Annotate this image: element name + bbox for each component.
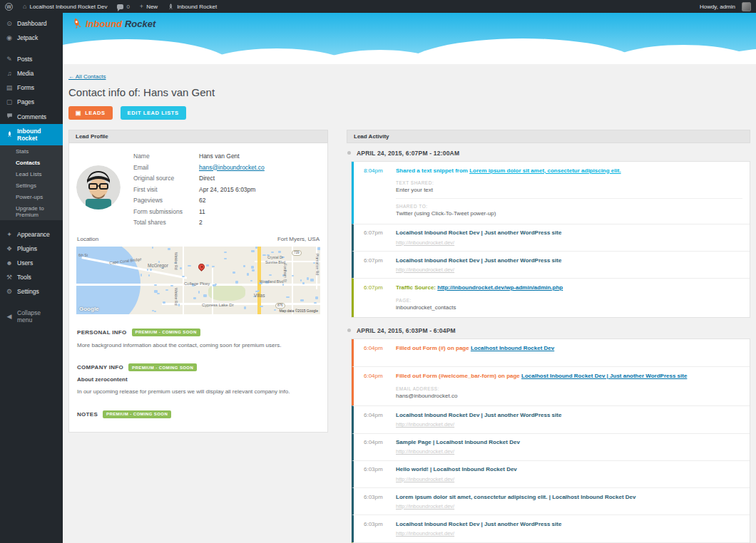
page-url-link[interactable]: http://inboundrocket.dev/ (396, 239, 454, 246)
sidebar-item-settings[interactable]: ⚙Settings (0, 284, 63, 299)
activity-section: APRIL 24, 2015, 6:03PM - 6:04PM6:04pmFil… (347, 327, 750, 543)
admin-bar-wordpress-menu[interactable]: W (0, 0, 18, 13)
sidebar-item-plugins[interactable]: ❖Plugins (0, 242, 63, 256)
sidebar-item-inbound-rocket[interactable]: Inbound Rocket (0, 124, 63, 145)
info-section-body: In our upcoming release for premium user… (77, 388, 320, 396)
info-section-head: COMPANY INFOPREMIUM - COMING SOON (77, 363, 320, 371)
map-water-speck (274, 309, 276, 311)
entry-link[interactable]: Localhost Inbound Rocket Dev | Just anot… (521, 373, 687, 379)
sidebar-item-jetpack[interactable]: ◉Jetpack (0, 31, 63, 45)
plus-icon: + (140, 4, 143, 10)
activity-entry-form: 6:04pmFilled out Form (#) on page Localh… (352, 339, 750, 366)
sidebar-item-tools[interactable]: ⚒Tools (0, 270, 63, 284)
page-url-link[interactable]: http://inboundrocket.dev/ (396, 503, 454, 510)
sidebar-item-appearance[interactable]: ✦Appearance (0, 227, 63, 242)
map-water-speck (157, 293, 160, 294)
sidebar-item-settings[interactable]: Settings (0, 180, 63, 191)
brand-word-rocket: Rocket (125, 19, 155, 29)
map-label: College Pkwy (184, 281, 210, 286)
sidebar-item-pages[interactable]: ▢Pages (0, 95, 63, 109)
sidebar-item-posts[interactable]: ✎Posts (0, 52, 63, 66)
map-water-speck (182, 276, 185, 277)
page-url-link[interactable]: http://inboundrocket.dev/ (396, 448, 454, 455)
entry-link[interactable]: http://inboundrocket.dev/wp-admin/admin.… (437, 284, 563, 291)
sidebar-item-label: Pages (17, 98, 34, 105)
profile-field-pageviews: Pageviews62 (133, 197, 320, 204)
sidebar-item-power-ups[interactable]: Power-ups (0, 191, 63, 202)
google-map[interactable]: 6th StCape Coral BridgeMcGregorWinkler R… (76, 247, 320, 314)
map-copyright: Map data ©2015 Google (279, 309, 318, 313)
inbound-rocket-label: Inbound Rocket (177, 4, 217, 10)
admin-bar-comments[interactable]: 0 (112, 0, 134, 13)
sidebar-item-media[interactable]: ♫Media (0, 66, 63, 81)
info-section-title: COMPANY INFO (77, 364, 123, 371)
sidebar-item-contacts[interactable]: Contacts (0, 157, 63, 168)
map-water-speck (213, 284, 216, 286)
profile-field-value: Apr 24, 2015 6:03pm (199, 186, 255, 193)
cloud-strip (63, 60, 756, 64)
page-url-link[interactable]: http://inboundrocket.dev/ (396, 530, 454, 537)
leads-button[interactable]: ▣ LEADS (68, 106, 113, 120)
entry-title: Sample Page | Localhost Inbound Rocket D… (396, 439, 742, 455)
edit-lead-lists-label: EDIT LEAD LISTS (128, 110, 179, 116)
lead-activity-column: Lead Activity APRIL 24, 2015, 6:07PM - 1… (347, 130, 750, 543)
entry-head: 6:03pmLorem ipsum dolor sit amet, consec… (364, 494, 742, 510)
new-label: New (146, 4, 158, 10)
sidebar-item-lead-lists[interactable]: Lead Lists (0, 168, 63, 180)
map-water-speck (235, 281, 238, 284)
all-contacts-back-link[interactable]: ← All Contacts (68, 73, 106, 80)
pageview-title: Sample Page | Localhost Inbound Rocket D… (396, 439, 520, 445)
sidebar-item-dashboard[interactable]: ⊙Dashboard (0, 16, 63, 31)
map-label: Sunrise Blvd (265, 260, 285, 264)
entry-title: Traffic Source: http://inboundrocket.dev… (396, 284, 742, 312)
map-water-speck (154, 284, 157, 286)
entry-time: 6:04pm (364, 439, 396, 455)
email-link[interactable]: hans@inboundrocket.co (199, 164, 265, 171)
admin-bar-new[interactable]: + New (135, 0, 163, 13)
wordpress-admin-page: W ⌂ Localhost Inbound Rocket Dev 0 + New… (0, 0, 756, 543)
main-content: ← All Contacts Contact info of: Hans van… (63, 64, 756, 543)
users-icon: ☻ (6, 260, 13, 267)
entry-details: TEXT SHARED:Enter your textSHARED TO:Twi… (396, 180, 742, 217)
entry-title: Localhost Inbound Rocket Dev | Just anot… (396, 521, 742, 537)
edit-lead-lists-button[interactable]: EDIT LEAD LISTS (121, 106, 186, 120)
entry-url: http://inboundrocket.dev/ (396, 421, 742, 428)
detail-value: hans@inboundrocket.co (396, 393, 742, 399)
map-label: McGregor (148, 263, 168, 268)
entry-title-line: Localhost Inbound Rocket Dev | Just anot… (396, 521, 742, 529)
detail-value: Enter your text (396, 187, 742, 193)
profile-field-label: Form submissions (133, 208, 199, 215)
admin-bar-inbound-rocket[interactable]: Inbound Rocket (163, 0, 222, 13)
sidebar-item-collapse-menu[interactable]: ◀Collapse menu (0, 306, 63, 327)
media-icon: ♫ (6, 71, 13, 77)
admin-bar-site-name[interactable]: ⌂ Localhost Inbound Rocket Dev (18, 0, 112, 13)
sidebar-item-stats[interactable]: Stats (0, 145, 63, 157)
page-url-link[interactable]: http://inboundrocket.dev/ (396, 267, 454, 273)
sidebar-item-comments[interactable]: Comments (0, 109, 63, 124)
sidebar-item-upgrade-to-premium[interactable]: Upgrade to Premium (0, 202, 63, 220)
dashboard-icon: ⊙ (6, 21, 13, 27)
rocket-logo-icon (70, 16, 84, 31)
map-water-speck (252, 269, 255, 272)
detail-label: TEXT SHARED: (396, 180, 742, 185)
map-water-speck (148, 274, 150, 276)
sidebar-item-users[interactable]: ☻Users (0, 256, 63, 270)
sidebar-item-forms[interactable]: ▤Forms (0, 81, 63, 95)
activity-entry-pageview: 6:04pmSample Page | Localhost Inbound Ro… (352, 433, 750, 460)
entry-time: 6:07pm (364, 229, 396, 245)
entry-link[interactable]: Lorem ipsum dolor sit amet, consectetur … (469, 167, 621, 174)
entry-link[interactable]: Localhost Inbound Rocket Dev (471, 345, 554, 351)
page-url-link[interactable]: http://inboundrocket.dev/ (396, 421, 454, 428)
route-shield: 876 (275, 303, 285, 309)
admin-bar-account-menu[interactable]: Howdy, admin (695, 0, 756, 13)
sidebar-item-label: Dashboard (17, 20, 47, 27)
comments-count: 0 (126, 4, 129, 10)
inbound-rocket-banner: Inbound Rocket (63, 13, 756, 64)
page-url-link[interactable]: http://inboundrocket.dev/ (396, 476, 454, 482)
sidebar-item-label: Stats (16, 148, 29, 155)
sidebar-item-label: Upgrade to Premium (16, 205, 57, 218)
sidebar-submenu: StatsContactsLead ListsSettingsPower-ups… (0, 145, 63, 220)
map-label: Fordham St (283, 264, 287, 282)
activity-entry-pageview: 6:04pmLocalhost Inbound Rocket Dev | Jus… (352, 405, 750, 433)
posts-icon: ✎ (6, 56, 13, 63)
